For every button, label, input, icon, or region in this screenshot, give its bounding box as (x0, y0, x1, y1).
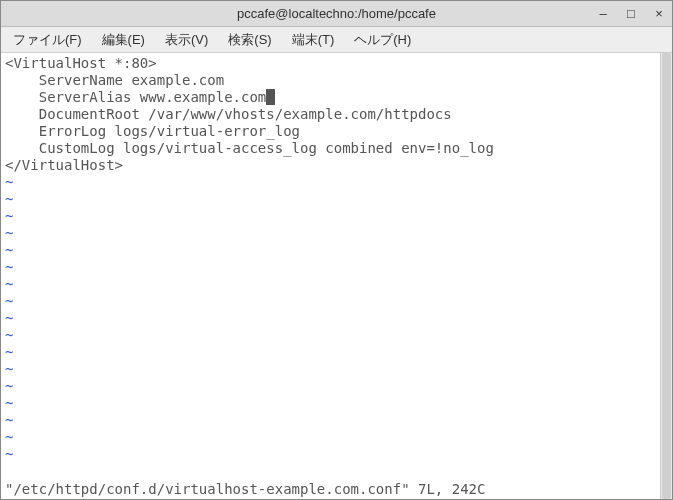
scrollbar[interactable] (660, 53, 672, 499)
vim-tilde: ~ (5, 395, 13, 411)
vim-tilde: ~ (5, 225, 13, 241)
vim-tilde: ~ (5, 174, 13, 190)
close-button[interactable]: × (650, 5, 668, 23)
vim-tilde: ~ (5, 208, 13, 224)
maximize-button[interactable]: □ (622, 5, 640, 23)
menu-help[interactable]: ヘルプ(H) (350, 29, 415, 51)
menu-view[interactable]: 表示(V) (161, 29, 212, 51)
menu-terminal[interactable]: 端末(T) (288, 29, 339, 51)
vim-tilde: ~ (5, 276, 13, 292)
vim-tilde: ~ (5, 327, 13, 343)
vim-status-line: "/etc/httpd/conf.d/virtualhost-example.c… (5, 481, 485, 497)
titlebar: pccafe@localtechno:/home/pccafe – □ × (1, 1, 672, 27)
vim-tilde: ~ (5, 242, 13, 258)
terminal[interactable]: <VirtualHost *:80> ServerName example.co… (1, 53, 660, 499)
terminal-area: <VirtualHost *:80> ServerName example.co… (1, 53, 672, 499)
vim-tilde: ~ (5, 344, 13, 360)
vim-tilde: ~ (5, 361, 13, 377)
vim-tilde: ~ (5, 429, 13, 445)
window-title: pccafe@localtechno:/home/pccafe (237, 6, 436, 21)
vim-tilde: ~ (5, 446, 13, 462)
scrollbar-thumb[interactable] (662, 53, 671, 499)
vim-tilde: ~ (5, 191, 13, 207)
vim-tilde: ~ (5, 412, 13, 428)
menu-edit[interactable]: 編集(E) (98, 29, 149, 51)
minimize-button[interactable]: – (594, 5, 612, 23)
vim-tilde: ~ (5, 259, 13, 275)
vim-tilde: ~ (5, 310, 13, 326)
menu-search[interactable]: 検索(S) (224, 29, 275, 51)
cursor (266, 89, 274, 105)
vim-tilde: ~ (5, 293, 13, 309)
vim-tilde: ~ (5, 378, 13, 394)
menu-file[interactable]: ファイル(F) (9, 29, 86, 51)
menubar: ファイル(F) 編集(E) 表示(V) 検索(S) 端末(T) ヘルプ(H) (1, 27, 672, 53)
window-controls: – □ × (594, 5, 668, 23)
